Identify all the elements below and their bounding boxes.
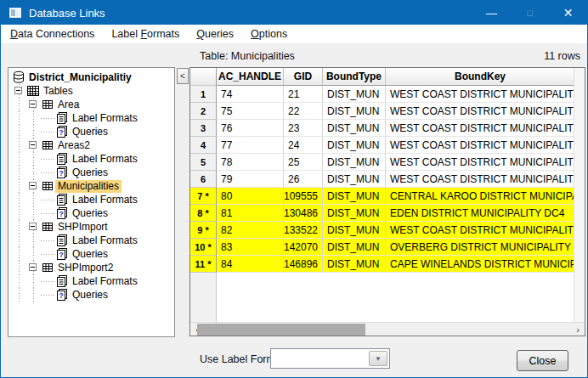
cell-gid[interactable]: 3109555 xyxy=(284,188,323,205)
cell-gid[interactable]: 3130486 xyxy=(284,205,323,222)
collapse-minus-icon[interactable] xyxy=(14,87,22,94)
cell-gid[interactable]: 22 xyxy=(284,103,323,120)
maximize-icon[interactable]: □ xyxy=(511,1,549,25)
tree-item-label-formats[interactable]: Label Formats xyxy=(8,193,174,206)
menu-item-queries[interactable]: Queries xyxy=(189,26,241,42)
cell-bound-key[interactable]: EDEN DISTRICT MUNICIPALITY DC4 xyxy=(386,205,575,222)
cell-bound-key[interactable]: WEST COAST DISTRICT MUNICIPALITY DC1 xyxy=(386,171,575,188)
row-number-cell[interactable]: 11 * xyxy=(190,256,217,273)
column-header-GID[interactable]: GID xyxy=(284,68,323,86)
tree-expander[interactable] xyxy=(26,179,41,193)
tree-item-queries[interactable]: ?Queries xyxy=(8,247,174,261)
tree-item-municipalities[interactable]: Municipalities xyxy=(8,179,174,193)
cell-bound-type[interactable]: DIST_MUN xyxy=(323,239,386,256)
cell-bound-type[interactable]: DIST_MUN xyxy=(323,222,386,239)
cell-bound-key[interactable]: CENTRAL KAROO DISTRICT MUNICIPALITY DC xyxy=(386,188,575,205)
cell-ac-handle[interactable]: 74 xyxy=(217,86,284,103)
table-row[interactable]: 67926DIST_MUNWEST COAST DISTRICT MUNICIP… xyxy=(190,171,585,188)
tree-item-label-formats[interactable]: Label Formats xyxy=(8,111,174,125)
table-row[interactable]: 10 *836142070DIST_MUNOVERBERG DISTRICT M… xyxy=(190,239,585,256)
table-row[interactable]: 7 *803109555DIST_MUNCENTRAL KAROO DISTRI… xyxy=(190,188,585,205)
tree-item-queries[interactable]: ?Queries xyxy=(8,206,174,220)
cell-ac-handle[interactable]: 77 xyxy=(217,137,284,154)
row-number-cell[interactable]: 3 xyxy=(190,120,217,137)
menu-item-label-formats[interactable]: Label Formats xyxy=(104,26,187,42)
tree-item-shpimport2[interactable]: SHPImport2 xyxy=(8,261,174,274)
tree-expander[interactable] xyxy=(26,138,41,152)
row-number-cell[interactable]: 7 * xyxy=(190,188,217,205)
column-header-BoundType[interactable]: BoundType xyxy=(323,68,386,86)
row-number-cell[interactable]: 8 * xyxy=(190,205,217,222)
collapse-minus-icon[interactable] xyxy=(29,182,37,189)
tree-item-queries[interactable]: ?Queries xyxy=(8,166,174,179)
tree-item-label-formats[interactable]: Label Formats xyxy=(8,152,174,166)
row-number-cell[interactable]: 6 xyxy=(190,171,217,188)
table-row[interactable]: 47724DIST_MUNWEST COAST DISTRICT MUNICIP… xyxy=(190,137,585,154)
cell-ac-handle[interactable]: 84 xyxy=(217,256,284,273)
tree-item-district_municipalitiy[interactable]: District_Municipalitiy xyxy=(8,71,174,84)
cell-bound-key[interactable]: WEST COAST DISTRICT MUNICIPALITY DC1 xyxy=(386,154,575,171)
table-row[interactable]: 9 *826133522DIST_MUNWEST COAST DISTRICT … xyxy=(190,222,585,239)
row-number-cell[interactable]: 5 xyxy=(190,154,217,171)
cell-bound-key[interactable]: WEST COAST DISTRICT MUNICIPALITY DC1 xyxy=(386,86,575,103)
cell-bound-type[interactable]: DIST_MUN xyxy=(323,256,386,273)
column-header-rownum[interactable] xyxy=(190,68,217,86)
minimize-icon[interactable]: — xyxy=(472,1,511,25)
table-row[interactable]: 17421DIST_MUNWEST COAST DISTRICT MUNICIP… xyxy=(190,86,585,103)
cell-bound-type[interactable]: DIST_MUN xyxy=(323,137,386,154)
cell-bound-type[interactable]: DIST_MUN xyxy=(323,86,386,103)
table-row[interactable]: 8 *813130486DIST_MUNEDEN DISTRICT MUNICI… xyxy=(190,205,585,222)
close-icon[interactable]: ✕ xyxy=(549,1,587,25)
menu-item-options[interactable]: Options xyxy=(243,26,295,42)
cell-bound-key[interactable]: OVERBERG DISTRICT MUNICIPALITY DC3 xyxy=(386,239,575,256)
vertical-scrollbar[interactable] xyxy=(574,68,585,322)
cell-bound-type[interactable]: DIST_MUN xyxy=(323,205,386,222)
tree-expander[interactable] xyxy=(26,98,41,111)
cell-gid[interactable]: 21 xyxy=(284,86,323,103)
close-button[interactable]: Close xyxy=(517,350,568,371)
tree-item-label-formats[interactable]: Label Formats xyxy=(8,234,174,247)
horizontal-scroll-thumb[interactable] xyxy=(197,324,365,336)
cell-bound-key[interactable]: WEST COAST DISTRICT MUNICIPALITY DC1 xyxy=(386,120,575,137)
collapse-minus-icon[interactable] xyxy=(29,223,37,230)
cell-bound-type[interactable]: DIST_MUN xyxy=(323,154,386,171)
cell-bound-type[interactable]: DIST_MUN xyxy=(323,188,386,205)
tree-item-queries[interactable]: ?Queries xyxy=(8,288,174,302)
column-header-BoundKey[interactable]: BoundKey xyxy=(386,68,575,86)
tree-item-areas2[interactable]: Areas2 xyxy=(8,138,174,152)
tree-item-label-formats[interactable]: Label Formats xyxy=(8,274,174,288)
cell-bound-type[interactable]: DIST_MUN xyxy=(323,103,386,120)
collapse-minus-icon[interactable] xyxy=(29,141,37,149)
collapse-minus-icon[interactable] xyxy=(29,100,37,108)
label-format-combobox[interactable]: ▼ xyxy=(270,348,390,369)
row-number-cell[interactable]: 2 xyxy=(190,103,217,120)
cell-gid[interactable]: 23 xyxy=(284,120,323,137)
cell-bound-type[interactable]: DIST_MUN xyxy=(323,171,386,188)
tree-expander[interactable] xyxy=(26,220,41,234)
tree-item-shpimport[interactable]: SHPImport xyxy=(8,220,174,234)
tree-item-tables[interactable]: Tables xyxy=(8,84,174,98)
tree-expander[interactable] xyxy=(26,261,41,274)
cell-ac-handle[interactable]: 76 xyxy=(217,120,284,137)
cell-bound-key[interactable]: CAPE WINELANDS DISTRICT MUNICIPALITY D xyxy=(386,256,575,273)
cell-ac-handle[interactable]: 78 xyxy=(217,154,284,171)
row-number-cell[interactable]: 10 * xyxy=(190,239,217,256)
column-header-AC_HANDLE[interactable]: AC_HANDLE xyxy=(217,68,284,86)
horizontal-scrollbar[interactable]: ‹ › xyxy=(190,322,585,336)
table-row[interactable]: 11 *846146896DIST_MUNCAPE WINELANDS DIST… xyxy=(190,256,585,273)
scroll-right-icon[interactable]: › xyxy=(571,323,585,336)
table-row[interactable]: 37623DIST_MUNWEST COAST DISTRICT MUNICIP… xyxy=(190,120,585,137)
collapse-tree-button[interactable]: < xyxy=(177,68,189,84)
tree-expander[interactable] xyxy=(12,84,26,98)
table-row[interactable]: 27522DIST_MUNWEST COAST DISTRICT MUNICIP… xyxy=(190,103,585,120)
collapse-minus-icon[interactable] xyxy=(29,263,37,271)
cell-bound-key[interactable]: WEST COAST DISTRICT MUNICIPALITY DC1 xyxy=(386,137,575,154)
row-number-cell[interactable]: 4 xyxy=(190,137,217,154)
row-number-cell[interactable]: 9 * xyxy=(190,222,217,239)
cell-ac-handle[interactable]: 75 xyxy=(217,103,284,120)
cell-gid[interactable]: 6133522 xyxy=(284,222,323,239)
cell-ac-handle[interactable]: 82 xyxy=(217,222,284,239)
cell-gid[interactable]: 25 xyxy=(284,154,323,171)
cell-gid[interactable]: 6146896 xyxy=(284,256,323,273)
table-row[interactable]: 57825DIST_MUNWEST COAST DISTRICT MUNICIP… xyxy=(190,154,585,171)
